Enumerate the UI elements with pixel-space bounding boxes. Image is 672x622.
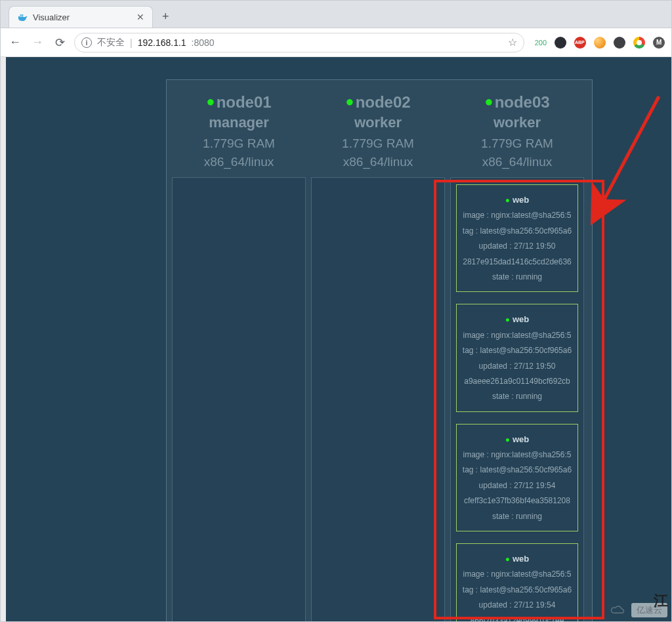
node-ram: 1.779G RAM <box>172 136 306 151</box>
whale-icon <box>17 12 28 22</box>
task-card[interactable]: ●web image : nginx:latest@sha256:5 tag :… <box>456 184 578 292</box>
task-updated: updated : 27/12 19:54 <box>461 598 574 613</box>
status-dot-icon: ● <box>505 554 510 564</box>
extension-icons: 200 <box>531 37 665 49</box>
task-id: 866f7b33a12ed99910c1ee <box>461 613 574 622</box>
node-header-3: ●node03 worker 1.779G RAM x86_64/linux <box>450 93 584 169</box>
task-tag: tag : latest@sha256:50cf965a6 <box>461 463 574 478</box>
node-role: manager <box>172 114 306 131</box>
extension-count: 200 <box>535 39 547 47</box>
node-role: worker <box>450 114 584 131</box>
task-image: image : nginx:latest@sha256:5 <box>461 208 574 223</box>
info-icon: i <box>81 37 92 48</box>
task-column-node01 <box>172 177 306 622</box>
ext-icon-abp[interactable] <box>574 37 586 49</box>
node-header-2: ●node02 worker 1.779G RAM x86_64/linux <box>311 93 445 169</box>
new-tab-button[interactable]: + <box>156 6 176 28</box>
back-button[interactable]: ← <box>7 35 23 49</box>
task-state: state : running <box>461 270 574 285</box>
task-image: image : nginx:latest@sha256:5 <box>461 567 574 582</box>
close-icon[interactable]: ✕ <box>136 12 144 22</box>
task-state: state : running <box>461 509 574 524</box>
task-card[interactable]: ●web image : nginx:latest@sha256:5 tag :… <box>456 424 578 531</box>
task-title: web <box>513 195 529 205</box>
task-card[interactable]: ●web image : nginx:latest@sha256:5 tag :… <box>456 543 578 622</box>
task-title: web <box>513 554 529 564</box>
tab-visualizer[interactable]: Visualizer ✕ <box>9 6 153 28</box>
cloud-icon <box>609 604 627 616</box>
bookmark-star-icon[interactable]: ☆ <box>508 36 517 49</box>
ext-icon-1[interactable] <box>555 37 566 49</box>
task-id: 2817e915dad1416c5cd2de636 <box>461 255 574 270</box>
task-id: a9aeee261a9c01149bcf692cb <box>461 374 574 389</box>
task-tag: tag : latest@sha256:50cf965a6 <box>461 583 574 598</box>
nodes-header-row: ●node01 manager 1.779G RAM x86_64/linux … <box>167 80 592 169</box>
browser-window: Visualizer ✕ + ← → ⟳ i 不安全 | 192.168.1.1… <box>0 0 672 622</box>
node-ram: 1.779G RAM <box>311 136 445 151</box>
task-column-node02 <box>311 177 445 622</box>
task-tag: tag : latest@sha256:50cf965a6 <box>461 343 574 358</box>
task-image: image : nginx:latest@sha256:5 <box>461 447 574 463</box>
toolbar: ← → ⟳ i 不安全 | 192.168.1.1:8080 ☆ 200 <box>1 28 671 57</box>
annotation-arrow-icon <box>587 90 665 228</box>
task-card[interactable]: ●web image : nginx:latest@sha256:5 tag :… <box>456 304 578 411</box>
task-image: image : nginx:latest@sha256:5 <box>461 328 574 343</box>
status-dot-icon: ● <box>206 93 215 110</box>
node-arch: x86_64/linux <box>450 155 584 169</box>
task-updated: updated : 27/12 19:50 <box>461 239 574 254</box>
node-role: worker <box>311 114 445 131</box>
tab-title: Visualizer <box>33 12 70 22</box>
page-viewport: ●node01 manager 1.779G RAM x86_64/linux … <box>6 57 671 621</box>
forward-button[interactable]: → <box>30 35 45 49</box>
task-updated: updated : 27/12 19:54 <box>461 478 574 493</box>
status-dot-icon: ● <box>484 93 493 110</box>
ext-icon-3[interactable] <box>594 37 606 49</box>
ext-icon-4[interactable] <box>614 37 625 49</box>
ext-icon-m[interactable] <box>653 37 665 49</box>
url-port: :8080 <box>192 37 215 48</box>
node-name: node03 <box>495 93 550 111</box>
node-header-1: ●node01 manager 1.779G RAM x86_64/linux <box>172 93 306 169</box>
status-dot-icon: ● <box>345 93 354 110</box>
task-title: web <box>513 434 529 444</box>
node-name: node01 <box>217 93 272 111</box>
reload-button[interactable]: ⟳ <box>52 35 68 50</box>
ext-icon-chrome[interactable] <box>633 37 645 49</box>
node-ram: 1.779G RAM <box>450 136 584 151</box>
status-dot-icon: ● <box>505 196 510 205</box>
tab-strip: Visualizer ✕ + <box>1 1 671 28</box>
node-arch: x86_64/linux <box>172 155 306 169</box>
task-state: state : running <box>461 389 574 404</box>
url-host: 192.168.1.1 <box>138 37 186 48</box>
insecure-label: 不安全 <box>97 37 125 49</box>
address-bar[interactable]: i 不安全 | 192.168.1.1:8080 ☆ <box>74 33 524 52</box>
visualizer-panel: ●node01 manager 1.779G RAM x86_64/linux … <box>166 79 593 622</box>
task-title: web <box>513 314 529 324</box>
tasks-row: ●web image : nginx:latest@sha256:5 tag :… <box>167 169 592 622</box>
node-arch: x86_64/linux <box>311 155 445 169</box>
status-dot-icon: ● <box>505 435 510 444</box>
task-tag: tag : latest@sha256:50cf965a6 <box>461 224 574 239</box>
task-updated: updated : 27/12 19:50 <box>461 359 574 374</box>
overlay-text: 江 <box>654 591 669 611</box>
task-column-node03: ●web image : nginx:latest@sha256:5 tag :… <box>450 177 584 622</box>
node-name: node02 <box>356 93 411 111</box>
task-id: cfeff3c1e37fb36bf4ea3581208 <box>461 493 574 508</box>
status-dot-icon: ● <box>505 315 510 324</box>
